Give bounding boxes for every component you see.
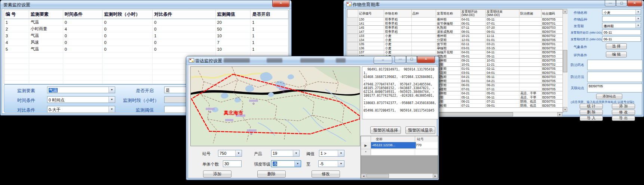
table-cell[interactable]: BD50T01 bbox=[541, 22, 562, 26]
table-cell[interactable]: 开花期 bbox=[436, 71, 460, 75]
table-cell[interactable]: 双季早稻 bbox=[384, 26, 412, 30]
crop-name-combo[interactable]: 小麦 ▼ bbox=[602, 9, 641, 15]
table-cell[interactable] bbox=[519, 71, 541, 75]
table-cell[interactable]: 03-01 bbox=[460, 71, 486, 75]
table-cell[interactable]: 03-15 bbox=[486, 46, 519, 50]
table-cell[interactable]: BD50T01 bbox=[541, 71, 562, 75]
table-cell[interactable]: 10 bbox=[215, 46, 251, 53]
table-cell[interactable]: 小麦 bbox=[384, 38, 412, 42]
table-cell[interactable]: 05-11 bbox=[486, 75, 519, 79]
table-cell[interactable]: 灌浆成熟期 bbox=[436, 30, 460, 34]
grid-new-row[interactable]: * bbox=[361, 149, 438, 156]
table-cell[interactable]: 分蘖期 bbox=[436, 38, 460, 42]
table-cell[interactable]: 播种期 bbox=[436, 18, 460, 22]
table-cell[interactable]: 1 bbox=[251, 26, 288, 32]
scroll-right-arrow[interactable]: ▶ bbox=[557, 112, 562, 116]
close-button[interactable]: ✕ bbox=[272, 0, 289, 7]
table-cell[interactable]: 136 bbox=[358, 46, 384, 50]
table-cell[interactable]: BD50T05 bbox=[541, 38, 562, 42]
titlebar-element-monitor[interactable]: 要素监控设置 ✕ bbox=[0, 0, 291, 9]
column-header[interactable]: 品种 bbox=[411, 10, 436, 18]
element-combo[interactable]: 气温 ▼ bbox=[47, 87, 115, 93]
table-cell[interactable]: 09-21 bbox=[460, 59, 486, 63]
table-cell[interactable]: 1 bbox=[251, 19, 288, 26]
table-cell[interactable]: BD50T01 bbox=[541, 100, 562, 104]
table-cell[interactable]: 高温、干旱 bbox=[519, 91, 541, 95]
table-cell[interactable]: 7 bbox=[215, 39, 251, 46]
table-cell[interactable]: 播种期 bbox=[436, 34, 460, 38]
table-cell[interactable]: 09-01 bbox=[486, 30, 519, 34]
table-cell[interactable]: 苗期 bbox=[436, 95, 460, 100]
table-cell[interactable]: 08-01 bbox=[460, 30, 486, 34]
table-cell[interactable]: 06-11 bbox=[486, 95, 519, 100]
table-cell[interactable]: 07-01 bbox=[460, 87, 486, 91]
table-cell[interactable] bbox=[519, 54, 541, 59]
column-header[interactable]: 监测要素 bbox=[29, 10, 63, 19]
table-cell[interactable]: 孕穗期 bbox=[436, 46, 460, 50]
table-cell[interactable]: BD50T02 bbox=[541, 46, 562, 50]
scroll-thumb[interactable] bbox=[563, 50, 567, 72]
table-cell[interactable]: 播种期 bbox=[436, 59, 460, 63]
table-cell[interactable]: 05-11 bbox=[460, 95, 486, 100]
table-cell[interactable]: 3 bbox=[4, 32, 29, 39]
maximize-button[interactable]: ▢ bbox=[616, 0, 627, 6]
table-cell[interactable]: 0 bbox=[153, 19, 215, 26]
scroll-left-arrow[interactable]: ◀ bbox=[361, 174, 366, 178]
table-cell[interactable]: 阴雨、低温 bbox=[519, 100, 541, 104]
select-warning-area-button[interactable]: 预警区域选择 bbox=[370, 126, 401, 134]
table-cell[interactable]: BD50T05 bbox=[541, 50, 562, 54]
table-cell[interactable] bbox=[519, 38, 541, 42]
table-cell[interactable]: 04-01 bbox=[460, 79, 486, 83]
table-cell[interactable]: 0 bbox=[63, 46, 102, 53]
column-header[interactable]: 站点编码 bbox=[541, 10, 562, 18]
table-cell[interactable]: 04-01 bbox=[460, 18, 486, 22]
table-cell[interactable] bbox=[519, 26, 541, 30]
table-cell[interactable]: 0 bbox=[153, 39, 215, 46]
table-cell[interactable]: 03-21 bbox=[486, 42, 519, 46]
table-cell[interactable]: 1 bbox=[251, 46, 288, 53]
table-cell[interactable]: 0 bbox=[102, 19, 153, 26]
modify-button[interactable]: 修改 bbox=[312, 170, 340, 178]
table-row[interactable]: 133小麦播种期10-2111-11BD50T02 bbox=[347, 34, 563, 38]
column-header[interactable]: 作物名称 bbox=[384, 10, 412, 18]
column-header[interactable]: 时间条件 bbox=[63, 10, 102, 19]
table-cell[interactable]: 乳熟期 bbox=[436, 26, 460, 30]
chevron-down-icon[interactable]: ▼ bbox=[108, 106, 115, 112]
table-cell[interactable] bbox=[347, 22, 358, 26]
chevron-down-icon[interactable]: ▼ bbox=[338, 150, 344, 156]
show-warning-area-button[interactable]: 预警区域显示 bbox=[405, 126, 435, 134]
minimize-button[interactable]: — bbox=[605, 0, 616, 6]
table-cell[interactable] bbox=[411, 38, 436, 42]
table-cell[interactable]: 成熟期 bbox=[436, 75, 460, 79]
table-cell[interactable]: 06-01 bbox=[460, 83, 486, 87]
table-cell[interactable]: 4 bbox=[63, 26, 102, 32]
chevron-down-icon[interactable]: ▼ bbox=[235, 150, 242, 156]
table-cell[interactable] bbox=[347, 26, 358, 30]
table-cell[interactable]: 苗期 bbox=[436, 63, 460, 67]
table-cell[interactable]: 11-11 bbox=[486, 34, 519, 38]
table-cell[interactable] bbox=[519, 22, 541, 26]
grid-cell-coord[interactable]: -45122.12238... bbox=[371, 142, 416, 148]
table-cell[interactable]: 蕾薹期 bbox=[436, 67, 460, 71]
table-cell[interactable]: 04-01 bbox=[486, 71, 519, 75]
table-cell[interactable]: BD50T04 bbox=[541, 30, 562, 34]
table-cell[interactable]: 气温 bbox=[29, 19, 63, 26]
threshold-combo[interactable]: 1 > ▼ bbox=[319, 150, 344, 157]
table-cell[interactable]: 147 bbox=[358, 30, 384, 34]
chevron-down-icon[interactable]: ▼ bbox=[635, 23, 641, 28]
table-cell[interactable] bbox=[519, 87, 541, 91]
table-cell[interactable]: 10-21 bbox=[460, 34, 486, 38]
table-cell[interactable] bbox=[347, 38, 358, 42]
table-cell[interactable]: 双季早稻 bbox=[384, 18, 412, 22]
table-cell[interactable]: 小麦 bbox=[384, 34, 412, 38]
maximize-button[interactable]: ▢ bbox=[406, 56, 417, 63]
table-row[interactable]: 2小时雨量400501 bbox=[4, 26, 288, 32]
table-cell[interactable]: 05-11 bbox=[486, 54, 519, 59]
table-cell[interactable]: 小麦 bbox=[384, 46, 412, 50]
table-cell[interactable]: BD50T05 bbox=[541, 87, 562, 91]
add-button[interactable]: 添 加 bbox=[612, 104, 635, 109]
table-row[interactable]: 145双季早稻乳熟期07-1107-20BD50T03 bbox=[347, 26, 563, 30]
table-row[interactable]: 3气温001101 bbox=[4, 32, 288, 39]
table-cell[interactable]: 拔节期 bbox=[436, 83, 460, 87]
table-cell[interactable]: 04-11 bbox=[486, 50, 519, 54]
